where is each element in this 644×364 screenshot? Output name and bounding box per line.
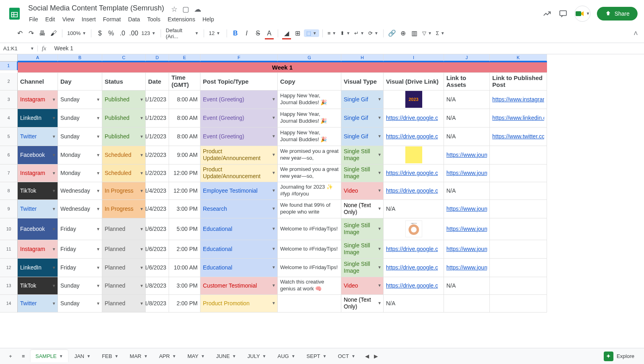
cell-visual-type[interactable]: Video▼ — [341, 182, 384, 200]
strike-button[interactable]: S — [253, 28, 263, 39]
cell-copy[interactable]: Welcome to #FridayTips! — [278, 240, 341, 259]
cell-date[interactable]: 1/6/2023 — [146, 218, 169, 240]
cell-assets[interactable]: https://www.journalingwithfrien — [444, 259, 490, 277]
col-header-I[interactable]: I — [384, 54, 444, 62]
cell-date[interactable]: 1/8/2023 — [146, 295, 169, 313]
cell-published[interactable]: https://www.linkedin.com/linkto — [490, 109, 547, 128]
cell-day[interactable]: Friday▼ — [58, 240, 102, 259]
cell-date[interactable]: 1/1/2023 — [146, 128, 169, 146]
cell-status[interactable]: Published▼ — [102, 128, 146, 146]
row-header-11[interactable]: 11 — [0, 240, 18, 259]
cell-published[interactable] — [490, 295, 547, 313]
cell-time[interactable]: 8:00 AM — [169, 109, 200, 128]
menu-format[interactable]: Format — [100, 14, 124, 24]
menu-insert[interactable]: Insert — [78, 14, 99, 24]
spreadsheet-grid[interactable]: ABCDEFGHIJK1Week 12ChannelDayStatusDateT… — [0, 54, 644, 343]
menu-view[interactable]: View — [59, 14, 78, 24]
wrap-dropdown[interactable]: ↵▼ — [353, 30, 366, 36]
cell-visual-type[interactable]: Single Still Image▼ — [341, 259, 384, 277]
cell-copy[interactable]: Happy New Year, Journal Buddies! 🎉 — [278, 90, 341, 109]
cell-channel[interactable]: Facebook▼ — [18, 146, 58, 165]
cell-visual[interactable]: https://drive.google.c — [384, 259, 444, 277]
meet-button[interactable]: ▼ — [574, 6, 590, 22]
cell-visual[interactable]: https://drive.google.c — [384, 128, 444, 146]
cell-channel[interactable]: TikTok▼ — [18, 182, 58, 200]
menu-edit[interactable]: Edit — [42, 14, 58, 24]
menu-tools[interactable]: Tools — [144, 14, 164, 24]
cell-status[interactable]: In Progress▼ — [102, 200, 146, 218]
cell-status[interactable]: Planned▼ — [102, 277, 146, 295]
fill-color-button[interactable]: ◢ — [281, 28, 292, 39]
cell-copy[interactable]: Welcome to #FridayTips! — [278, 218, 341, 240]
history-icon[interactable] — [542, 9, 552, 19]
cell-copy[interactable]: Journaling for 2023 ✨ #fyp #foryou — [278, 182, 341, 200]
redo-button[interactable]: ↷ — [26, 28, 36, 39]
h-align-dropdown[interactable]: ≡▼ — [326, 30, 338, 36]
row-header-12[interactable]: 12 — [0, 259, 18, 277]
cell-visual-type[interactable]: Video▼ — [341, 277, 384, 295]
cloud-icon[interactable]: ☁ — [194, 5, 201, 14]
increase-decimal-button[interactable]: .00 — [128, 28, 139, 39]
cell-day[interactable]: Wednesday▼ — [58, 182, 102, 200]
cell-visual-type[interactable]: Single Still Image▼ — [341, 165, 384, 182]
cell-assets[interactable]: https://www.journalingwithfrien — [444, 165, 490, 182]
cell-copy[interactable]: Welcome to #FridayTips! — [278, 259, 341, 277]
cell-visual-type[interactable]: Single Still Image▼ — [341, 240, 384, 259]
cell-day[interactable]: Monday▼ — [58, 146, 102, 165]
font-family-dropdown[interactable]: Default (Ari...▼ — [164, 27, 200, 39]
cell-time[interactable]: 9:00 AM — [169, 146, 200, 165]
cell-assets[interactable]: https://www.journalingwithfrien — [444, 240, 490, 259]
cell-status[interactable]: In Progress▼ — [102, 182, 146, 200]
cell-date[interactable]: 1/4/2023 — [146, 182, 169, 200]
cell-channel[interactable]: LinkedIn▼ — [18, 259, 58, 277]
borders-button[interactable]: ⊞ — [293, 28, 303, 39]
cell-channel[interactable]: Twitter▼ — [18, 200, 58, 218]
cell-visual-type[interactable]: Single Still Image▼ — [341, 218, 384, 240]
cell-visual-type[interactable]: Single Still Image▼ — [341, 146, 384, 165]
font-size-dropdown[interactable]: 12▼ — [207, 30, 223, 36]
cell-visual-type[interactable]: Single Gif▼ — [341, 90, 384, 109]
comments-icon[interactable] — [558, 9, 568, 19]
select-all-corner[interactable] — [0, 54, 18, 62]
col-header-G[interactable]: G — [278, 54, 341, 62]
cell-visual[interactable]: N/A — [384, 200, 444, 218]
cell-assets[interactable] — [444, 295, 490, 313]
cell-published[interactable] — [490, 165, 547, 182]
cell-day[interactable]: Friday▼ — [58, 259, 102, 277]
paint-format-button[interactable]: 🖌 — [48, 28, 59, 39]
row-header-8[interactable]: 8 — [0, 182, 18, 200]
comment-button[interactable]: ⊕ — [398, 28, 409, 39]
cell-copy[interactable]: We promised you a great new year—so, — [278, 146, 341, 165]
cell-visual[interactable] — [384, 146, 444, 165]
row-header-9[interactable]: 9 — [0, 200, 18, 218]
cell-published[interactable]: https://www.twitter.com/linktop — [490, 128, 547, 146]
formula-input[interactable]: Week 1 — [50, 45, 644, 51]
col-header-D[interactable]: D — [146, 54, 169, 62]
cell-status[interactable]: Scheduled▼ — [102, 165, 146, 182]
cell-assets[interactable]: N/A — [444, 128, 490, 146]
row-header-2[interactable]: 2 — [0, 73, 18, 90]
cell-topic[interactable]: Product Update/Announcement▼ — [200, 165, 278, 182]
col-header-K[interactable]: K — [490, 54, 547, 62]
row-header-4[interactable]: 4 — [0, 109, 18, 128]
rotate-dropdown[interactable]: ⟳▼ — [367, 30, 380, 36]
cell-topic[interactable]: Educational▼ — [200, 240, 278, 259]
cell-published[interactable]: https://www.instagram.com/lin — [490, 90, 547, 109]
cell-published[interactable] — [490, 146, 547, 165]
cell-status[interactable]: Published▼ — [102, 109, 146, 128]
cell-published[interactable] — [490, 277, 547, 295]
cell-time[interactable]: 8:00 AM — [169, 90, 200, 109]
cell-date[interactable]: 1/2/2023 — [146, 146, 169, 165]
percent-button[interactable]: % — [106, 28, 116, 39]
menu-data[interactable]: Data — [125, 14, 143, 24]
cell-visual[interactable]: 2023 — [384, 90, 444, 109]
cell-assets[interactable]: N/A — [444, 277, 490, 295]
cell-visual[interactable]: https://drive.google.c — [384, 182, 444, 200]
cell-status[interactable]: Published▼ — [102, 90, 146, 109]
cell-copy[interactable]: We promised you a great new year—so, — [278, 165, 341, 182]
cell-topic[interactable]: Product Promotion▼ — [200, 295, 278, 313]
cell-time[interactable]: 12:00 PM — [169, 182, 200, 200]
row-header-10[interactable]: 10 — [0, 218, 18, 240]
link-button[interactable]: 🔗 — [387, 28, 397, 39]
col-header-F[interactable]: F — [200, 54, 278, 62]
